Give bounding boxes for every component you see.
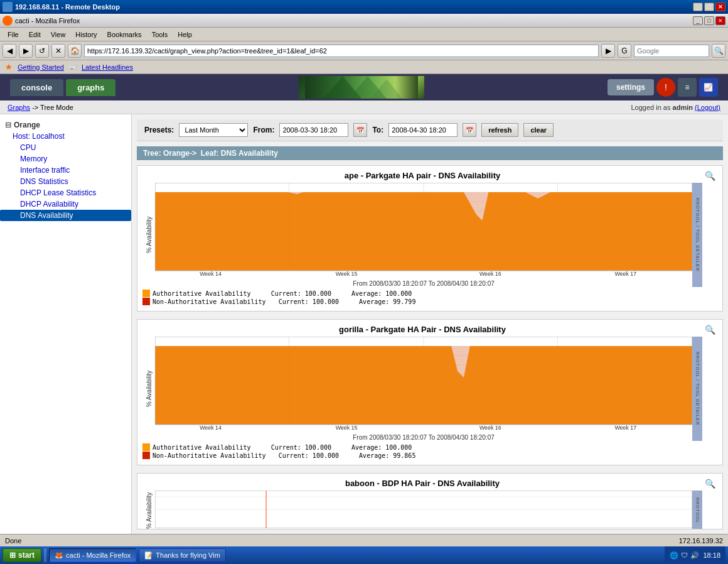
back-button[interactable]: ◀ [3,44,16,58]
chart-2-legend-current-1: Current: 100.000 [279,452,339,459]
sidebar-item-memory[interactable]: Memory [0,153,131,165]
cacti-right-buttons: settings ! ≡ 📈 [608,78,718,97]
maximize-button[interactable]: □ [704,3,714,11]
refresh-button[interactable]: refresh [481,123,518,137]
preset-select[interactable]: Last Month [179,123,248,137]
logout-link[interactable]: (Logout) [695,104,720,111]
browser-title-bar: cacti - Mozilla Firefox _ □ ✕ [0,14,728,28]
bookmark-getting-started[interactable]: Getting Started [18,63,64,71]
to-label: To: [372,126,383,134]
bookmark-latest-headlines[interactable]: Latest Headlines [82,63,133,71]
sidebar-item-dns-availability[interactable]: DNS Availability [0,210,131,221]
breadcrumb-separator: -> [32,104,40,111]
sidebar-item-dhcp-lease-statistics[interactable]: DHCP Lease Statistics [0,187,131,198]
browser-minimize-button[interactable]: _ [693,16,703,25]
start-button[interactable]: ⊞ start [3,548,41,562]
tree-host-item[interactable]: Host: Localhost [0,131,131,142]
chart-1-y-axis: % Availability [142,183,155,287]
minimize-button[interactable]: _ [693,3,703,11]
bell-icon: ! [665,82,667,92]
chart-2-zoom-button[interactable]: 🔍 [705,325,717,337]
svg-text:Week 15: Week 15 [336,425,358,431]
svg-text:Week 14: Week 14 [200,425,222,431]
menu-button[interactable]: ≡ [678,78,697,97]
address-bar[interactable] [84,45,599,57]
go-button[interactable]: ▶ [601,44,615,58]
menu-history[interactable]: History [70,30,102,40]
taskbar-time: 18:18 [703,551,720,559]
menu-bookmarks[interactable]: Bookmarks [102,30,147,40]
chart-1-legend-row-1: Non-Authoritative Availability Current: … [142,298,702,305]
taskbar-firefox[interactable]: 🦊 cacti - Mozilla Firefox [49,548,136,562]
chart-1-title: ape - Parkgate HA pair - DNS Availabilit… [142,171,702,180]
chart-1-legend-avg-0: Average: 100.000 [351,290,412,297]
tree-root-item[interactable]: ⊟ Orange [0,119,131,131]
chart-1-area: % Availability [142,183,702,287]
menu-tools[interactable]: Tools [147,30,173,40]
title-icon [3,2,13,12]
chart-3-title: baboon - BDP HA Pair - DNS Availability [142,479,702,488]
menu-help[interactable]: Help [173,30,197,40]
home-button[interactable]: 🏠 [68,44,82,58]
sidebar-item-dns-statistics[interactable]: DNS Statistics [0,176,131,187]
sidebar-item-dhcp-availability[interactable]: DHCP Availability [0,198,131,210]
chart-1-right-label[interactable]: RROTOOL / TOOL DETAILER [692,183,702,287]
sidebar: ⊟ Orange Host: Localhost CPU Memory Inte… [0,114,132,546]
alert-button[interactable]: ! [656,78,675,97]
chart-2-legend-label-0: Authoritative Availability [153,444,251,451]
rss-icon: 📰 [69,63,77,70]
taskbar-right: 🌐 🛡 🔊 18:18 [665,546,725,564]
window-controls[interactable]: _ □ ✕ [693,3,725,11]
search-button[interactable]: 🔍 [712,44,725,58]
console-button[interactable]: console [10,79,63,96]
stop-button[interactable]: ✕ [51,44,65,58]
forward-button[interactable]: ▶ [19,44,33,58]
from-label: From: [253,126,274,134]
chart-1-date-range: From 2008/03/30 18:20:07 To 2008/04/30 1… [155,280,692,287]
menu-edit[interactable]: Edit [24,30,46,40]
close-button[interactable]: ✕ [715,3,725,11]
tree-collapse-icon: ⊟ [5,121,11,129]
antivirus-icon: 🛡 [681,551,688,559]
from-calendar-button[interactable]: 📅 [353,123,367,137]
chart-1-legend-current-0: Current: 100.000 [271,290,331,297]
chart-3-right-label[interactable]: RROTOOL [692,491,702,529]
chart-3-zoom-button[interactable]: 🔍 [705,479,717,491]
firefox-icon [3,16,13,26]
to-date-input[interactable] [388,123,458,137]
svg-text:Week 17: Week 17 [614,425,636,431]
vim-taskbar-icon: 📝 [144,551,153,560]
settings-button[interactable]: settings [608,79,654,95]
chart-3-container: baboon - BDP HA Pair - DNS Availability … [137,473,723,529]
graph-button[interactable]: 📈 [699,78,718,97]
browser-maximize-button[interactable]: □ [704,16,714,25]
clear-button[interactable]: clear [523,123,554,137]
menu-file[interactable]: File [3,30,24,40]
cacti-header: console graphs settings ! ≡ [0,74,728,100]
chart-1-legend-color-0 [142,290,150,297]
chart-2-area: % Availability [142,337,702,441]
status-bar: Done 172.16.139.32 [0,534,728,546]
chart-2-legend-color-0 [142,443,150,451]
chart-1-legend-current-1: Current: 100.000 [279,298,339,305]
from-date-input[interactable] [279,123,348,137]
chart-2-right-label[interactable]: RROTOOL / TOOL DETAILER [692,337,702,441]
firefox-star-icon: ★ [5,62,13,72]
browser-close-button[interactable]: ✕ [715,16,725,25]
breadcrumb-bar: Graphs -> Tree Mode Logged in as admin (… [0,100,728,114]
to-calendar-button[interactable]: 📅 [463,123,476,137]
sidebar-item-cpu[interactable]: CPU [0,142,131,153]
chart-1-legend-label-1: Non-Authoritative Availability [153,298,266,305]
menu-view[interactable]: View [46,30,71,40]
chart-1-zoom-button[interactable]: 🔍 [705,171,717,183]
search-input[interactable] [634,45,709,57]
sidebar-item-interface-traffic[interactable]: Interface traffic [0,165,131,176]
breadcrumb-graphs-link[interactable]: Graphs [8,104,30,111]
chart-2-title: gorilla - Parkgate HA Pair - DNS Availab… [142,325,702,334]
menu-bar: File Edit View History Bookmarks Tools H… [0,28,728,41]
tree-header-text: Tree: Orange-> Leaf: DNS Availability [143,149,278,158]
taskbar-vim[interactable]: 📝 Thanks for flying Vim [139,548,226,562]
reload-button[interactable]: ↺ [35,44,49,58]
graphs-button[interactable]: graphs [66,79,115,96]
network-icon: 🌐 [670,551,678,560]
